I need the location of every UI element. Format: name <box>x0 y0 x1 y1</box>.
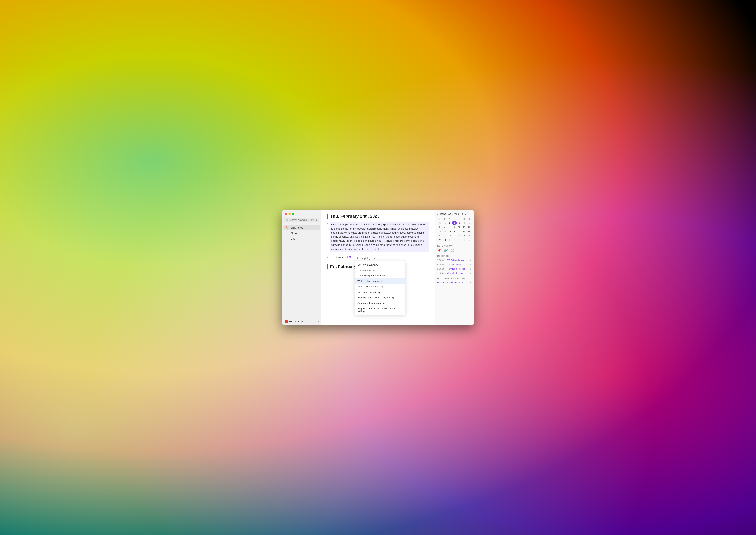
calendar-day[interactable]: 13 <box>437 229 442 234</box>
calendar-day[interactable]: 26 <box>466 234 471 238</box>
calendar-day[interactable]: 30 <box>437 221 442 225</box>
meeting-add-icon[interactable]: + <box>470 259 471 262</box>
minimize-button[interactable] <box>289 212 291 215</box>
calendar-day[interactable]: 14 <box>442 229 447 234</box>
ai-suggestion-item[interactable]: Write a longer summary <box>355 284 405 289</box>
calendar-day[interactable]: 22 <box>447 234 452 238</box>
app-window: 🔍 ⌘K 🎙 ✏️ Daily notes ☰ All notes ⌃ Map … <box>282 210 474 325</box>
calendar-today-button[interactable]: Today <box>461 212 468 216</box>
calendar-day[interactable]: 31 <box>442 221 447 225</box>
calendar-day[interactable]: 9 <box>452 225 457 229</box>
meeting-title[interactable]: Planning & Prioritiz... <box>447 268 470 270</box>
calendar-day[interactable]: 18 <box>462 229 466 234</box>
search-icon: 🔍 <box>286 218 289 221</box>
right-panel: ‹ FEBRUARY 2023 Today › M T W T F S S 30… <box>435 210 474 325</box>
meeting-add-icon[interactable]: + <box>470 263 471 266</box>
sidebar-item-label: All notes <box>291 232 300 235</box>
cal-dow: S <box>462 218 466 221</box>
map-icon: ⌃ <box>286 237 289 240</box>
calendar-day[interactable]: 2 <box>452 221 457 225</box>
calendar-day[interactable]: 4 <box>462 221 466 225</box>
calendar-prev-button[interactable]: ‹ <box>437 213 438 216</box>
calendar-day[interactable]: 8 <box>447 225 452 229</box>
ai-suggestion-item[interactable]: Simplify and condense my writing <box>355 295 405 300</box>
sardana-link[interactable]: sardana <box>331 243 341 246</box>
calendar-day[interactable]: 15 <box>447 229 452 234</box>
ai-suggestion-item[interactable]: List key takeaways <box>355 262 405 268</box>
share-icon[interactable]: 🔗 <box>444 248 448 252</box>
calendar-day[interactable]: 2 <box>452 238 457 242</box>
sidebar-item-map[interactable]: ⌃ Map <box>283 236 320 241</box>
pin-icon[interactable]: 📌 <box>437 248 441 252</box>
sidebar-item-daily-notes[interactable]: ✏️ Daily notes <box>283 225 320 230</box>
ai-suggestion-item[interactable]: Rephrase my writing <box>355 289 405 295</box>
close-button[interactable] <box>285 212 287 215</box>
bullet-icon-3: ● <box>327 272 328 274</box>
calendar-day[interactable]: 19 <box>466 229 471 234</box>
search-input[interactable] <box>290 219 310 221</box>
external-link-icon[interactable]: ↗ <box>469 281 471 284</box>
calendar-day[interactable]: 1 <box>447 221 452 225</box>
calendar-day[interactable]: 7 <box>442 225 447 229</box>
meeting-time: 9:00am <box>437 264 447 266</box>
mic-icon[interactable]: 🎙 <box>316 219 318 221</box>
meetings-label: MEETINGS <box>437 255 471 257</box>
calendar-day[interactable]: 23 <box>452 234 457 238</box>
sidebar-item-all-notes[interactable]: ☰ All notes <box>283 231 320 236</box>
cal-dow: S <box>466 218 471 221</box>
note-actions: 📌 🔗 🕐 <box>437 248 471 252</box>
outgoing-link-item: Rick Steve's Travel Guide ↗ <box>437 281 471 284</box>
edit-icon: ✏️ <box>286 226 289 229</box>
calendar-day[interactable]: 21 <box>442 234 447 238</box>
calendar-next-button[interactable]: › <box>471 213 471 216</box>
calendar-day[interactable]: 25 <box>462 234 466 238</box>
meeting-item: 11:00am [Cowork directory ... + <box>437 271 471 275</box>
calendar-day[interactable]: 5 <box>466 238 471 242</box>
calendar-day[interactable]: 17 <box>457 229 462 234</box>
rick-steve-link[interactable]: Rick Ste <box>344 256 353 259</box>
traffic-lights <box>282 210 321 217</box>
ai-dropdown-container: List key takeaways List action items Fix… <box>354 256 406 261</box>
ai-input[interactable] <box>354 256 406 261</box>
meeting-item: 9:00am Planning & Prioritiz... + <box>437 267 471 270</box>
main-content: Thu, February 2nd, 2023 ● Like a grandpa… <box>321 210 435 325</box>
calendar-day[interactable]: 24 <box>457 234 462 238</box>
meeting-title[interactable]: TfT Onboarding ca... <box>447 259 470 262</box>
calendar-day[interactable]: 16 <box>452 229 457 234</box>
calendar-day[interactable]: 20 <box>437 234 442 238</box>
cal-dow: T <box>452 218 457 221</box>
ai-suggestion-item[interactable]: List action items <box>355 268 405 273</box>
fullscreen-button[interactable] <box>292 212 294 215</box>
bullet-icon-2: ● <box>327 256 328 258</box>
nav-items: ✏️ Daily notes ☰ All notes ⌃ Map <box>282 224 321 318</box>
meeting-title[interactable]: [Cowork directory ... <box>447 272 470 274</box>
calendar-day[interactable]: 3 <box>457 221 462 225</box>
help-icon[interactable]: ? <box>317 320 319 323</box>
meeting-add-icon[interactable]: + <box>470 267 471 270</box>
meeting-add-icon[interactable]: + <box>470 271 471 275</box>
outgoing-links-label: OUTGOING LINKS & TAGS <box>437 277 471 280</box>
ai-suggestion-item[interactable]: Suggest a few tweets based on my writing <box>355 306 405 314</box>
calendar-day[interactable]: 6 <box>437 225 442 229</box>
calendar-day[interactable]: 11 <box>462 225 466 229</box>
calendar-grid: M T W T F S S 30311234567891011121314151… <box>437 218 471 242</box>
calendar-day[interactable]: 27 <box>437 238 442 242</box>
calendar-day[interactable]: 28 <box>442 238 447 242</box>
expert-line: ● Expert from Rick Ste List key takeaway… <box>327 256 429 261</box>
calendar-day[interactable]: 3 <box>457 238 462 242</box>
history-icon[interactable]: 🕐 <box>451 248 455 252</box>
calendar-day[interactable]: 12 <box>466 225 471 229</box>
ai-suggestion-item-highlighted[interactable]: Write a short summary <box>355 278 405 284</box>
ai-suggestion-item[interactable]: Suggest a few titles options <box>355 300 405 306</box>
rick-steve-travel-guide-link[interactable]: Rick Steve's Travel Guide <box>437 281 464 284</box>
calendar-day[interactable]: 4 <box>462 238 466 242</box>
calendar-day[interactable]: 5 <box>466 221 471 225</box>
calendar-day[interactable]: 1 <box>447 238 452 242</box>
ai-suggestion-item[interactable]: Fix spelling and grammar <box>355 273 405 278</box>
meeting-title[interactable]: TLT reflect call <box>447 264 470 266</box>
calendar-day[interactable]: 10 <box>457 225 462 229</box>
search-bar[interactable]: 🔍 ⌘K 🎙 <box>284 218 319 222</box>
cal-dow: F <box>457 218 462 221</box>
sidebar-item-label: Map <box>291 237 295 240</box>
cal-dow: T <box>442 218 447 221</box>
